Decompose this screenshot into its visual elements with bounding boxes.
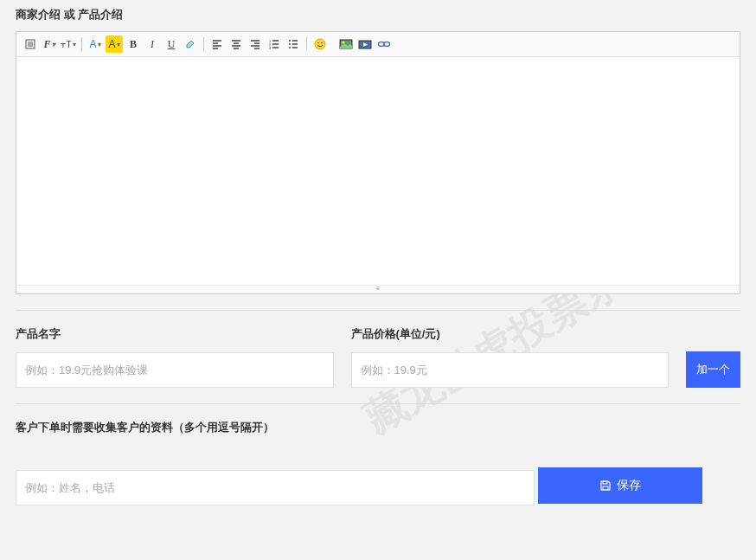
- save-button-label: 保存: [617, 478, 641, 493]
- save-button[interactable]: 保存: [538, 467, 702, 504]
- emoji-icon[interactable]: [311, 35, 329, 53]
- customer-info-label: 客户下单时需要收集客户的资料（多个用逗号隔开）: [16, 420, 740, 435]
- product-price-label: 产品价格(单位/元): [351, 326, 670, 342]
- toolbar-separator: [81, 37, 82, 51]
- media-icon[interactable]: [356, 35, 374, 53]
- highlight-color-dropdown[interactable]: A: [106, 35, 123, 53]
- svg-point-22: [289, 40, 291, 42]
- font-size-dropdown[interactable]: ᴛT: [60, 35, 77, 53]
- ordered-list-icon[interactable]: 123: [266, 35, 283, 53]
- link-icon[interactable]: [375, 35, 393, 53]
- image-icon[interactable]: [337, 35, 355, 53]
- align-center-icon[interactable]: [227, 35, 245, 53]
- product-price-input[interactable]: [351, 352, 670, 388]
- align-left-icon[interactable]: [208, 35, 226, 53]
- svg-text:3: 3: [269, 46, 272, 50]
- editor-textarea[interactable]: [16, 57, 740, 282]
- product-name-input[interactable]: [16, 352, 334, 388]
- editor-resize-handle[interactable]: ≡: [16, 285, 740, 293]
- svg-point-28: [315, 39, 325, 49]
- customer-info-input[interactable]: [16, 470, 535, 505]
- section-divider: [16, 403, 740, 404]
- toolbar-separator: [306, 37, 307, 51]
- align-right-icon[interactable]: [247, 35, 264, 53]
- eraser-icon[interactable]: [182, 35, 199, 53]
- toolbar-separator: [203, 37, 204, 51]
- bold-button[interactable]: B: [125, 35, 142, 53]
- svg-point-26: [289, 47, 291, 48]
- source-icon[interactable]: [22, 35, 39, 53]
- svg-point-29: [317, 42, 319, 44]
- section-divider: [16, 310, 740, 311]
- svg-rect-37: [603, 481, 607, 484]
- save-icon: [599, 480, 612, 492]
- svg-point-24: [289, 43, 291, 45]
- underline-button[interactable]: U: [163, 35, 180, 53]
- svg-point-30: [321, 42, 323, 44]
- rich-text-editor: F ᴛT A A B I U 123: [16, 31, 740, 294]
- italic-button[interactable]: I: [144, 35, 161, 53]
- unordered-list-icon[interactable]: [285, 35, 302, 53]
- editor-toolbar: F ᴛT A A B I U 123: [16, 32, 740, 57]
- editor-section-label: 商家介绍 或 产品介绍: [16, 7, 740, 23]
- add-product-button[interactable]: 加一个: [686, 351, 740, 388]
- product-name-label: 产品名字: [16, 326, 334, 342]
- font-color-dropdown[interactable]: A: [86, 35, 104, 53]
- font-family-dropdown[interactable]: F: [41, 35, 58, 53]
